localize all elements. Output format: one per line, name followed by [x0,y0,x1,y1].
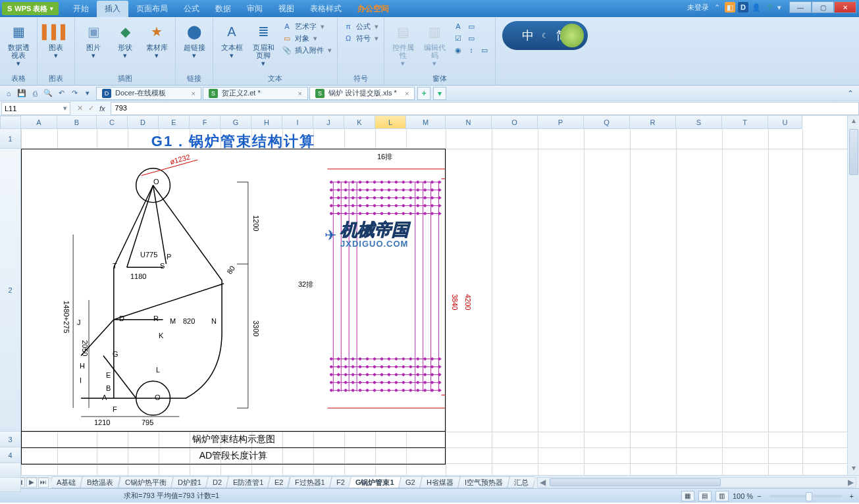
zoom-slider[interactable] [769,495,842,497]
preview-icon[interactable]: 🔍 [42,88,54,99]
sheet-tab[interactable]: C锅炉热平衡 [118,476,174,488]
sheet-tab[interactable]: 汇总 [507,476,534,488]
form-small-icon[interactable]: ◉↕▭ [453,45,490,55]
name-box[interactable]: L11▾ [1,102,70,115]
skin-icon[interactable]: ◧ [725,2,735,13]
menu-tab[interactable]: 插入 [97,1,128,17]
ribbon-button[interactable]: ▌▌▌ 图表▾ [41,20,70,61]
row-header[interactable]: 4 [0,447,21,463]
ribbon-button[interactable]: ≣ 页眉和页脚▾ [249,20,278,68]
view-layout-button[interactable]: ▥ [716,491,729,501]
column-header[interactable]: M [406,116,446,129]
formula-input[interactable]: 793 [111,102,859,115]
sheet-tab[interactable]: B焓温表 [80,476,120,488]
docer-icon[interactable]: D [738,2,748,13]
accept-fx-icon[interactable]: ✓ [88,104,94,113]
row-header[interactable]: 3 [0,432,21,447]
language-pill[interactable]: 中☾简 [502,21,588,50]
ribbon-small-button[interactable]: 📎插入附件▾ [282,45,332,55]
column-header[interactable]: F [190,116,221,129]
app-menu-button[interactable]: S WPS 表格 [2,2,59,15]
ribbon-small-button[interactable]: Ω符号▾ [343,33,378,43]
column-header[interactable]: U [768,116,802,129]
close-tab-icon[interactable]: × [405,89,409,97]
user-icon[interactable]: 👤 [751,2,762,13]
print-icon[interactable]: ⎙ [29,88,41,99]
column-header[interactable]: Q [584,116,630,129]
row-header[interactable] [0,478,21,492]
undo-icon[interactable]: ↶ [55,88,67,99]
help-icon[interactable]: ? [764,2,775,13]
ribbon-button[interactable]: ▣ 图片▾ [79,20,108,61]
grid[interactable]: G1．锅炉管束结构计算 [21,129,847,475]
column-header[interactable]: S [676,116,722,129]
save-icon[interactable]: 💾 [16,88,28,99]
column-header[interactable]: T [722,116,768,129]
menu-tab[interactable]: 办公空间 [350,1,397,17]
dropdown-icon[interactable]: ▾ [777,3,781,12]
ribbon-button[interactable]: A 文本框▾ [217,20,246,61]
home-icon[interactable]: ⌂ [3,88,14,99]
menu-tab[interactable]: 视图 [271,1,302,17]
menu-tab[interactable]: 公式 [176,1,207,17]
cancel-fx-icon[interactable]: ✕ [77,104,83,113]
tab-list-button[interactable]: ▾ [433,87,446,100]
sheet-tab[interactable]: H省煤器 [419,476,461,488]
row-header[interactable]: 2 [0,149,21,432]
doc-tab[interactable]: S锅炉 设计提交版.xls *× [309,87,415,100]
caret-up-icon[interactable]: ⌃ [712,2,722,13]
sheet-tab[interactable]: D炉膛1 [170,476,209,488]
collapse-ribbon-icon[interactable]: ⌃ [845,88,856,99]
column-header[interactable]: A [21,116,57,129]
ribbon-button[interactable]: ★ 素材库▾ [142,20,171,61]
sheet-tab[interactable]: D2 [205,476,229,488]
redo-icon[interactable]: ↷ [68,88,80,99]
add-tab-button[interactable]: + [417,87,430,100]
sheet-tab[interactable]: A基础 [51,476,83,488]
sheet-tab[interactable]: I空气预热器 [457,476,510,488]
column-header[interactable]: J [313,116,344,129]
column-header[interactable]: R [630,116,676,129]
column-header[interactable]: B [57,116,97,129]
column-header[interactable]: I [282,116,313,129]
menu-tab[interactable]: 数据 [207,1,239,17]
fx-icon[interactable]: fx [99,105,105,113]
ribbon-small-button[interactable]: ▭对象▾ [282,33,332,43]
column-header[interactable]: N [446,116,492,129]
horizontal-scrollbar[interactable]: ◀ ▶ [537,477,856,488]
zoom-label[interactable]: 100 % [733,492,753,500]
close-button[interactable]: ✕ [834,1,856,13]
view-normal-button[interactable]: ▦ [681,491,694,501]
column-header[interactable]: K [344,116,375,129]
login-status[interactable]: 未登录 [687,3,709,13]
sheet-tab[interactable]: E防渣管1 [226,476,271,488]
minimize-button[interactable]: — [789,1,812,13]
ribbon-small-button[interactable]: π公式▾ [343,21,378,32]
zoom-in-button[interactable]: + [850,492,854,500]
menu-tab[interactable]: 开始 [65,1,97,17]
namebox-dropdown-icon[interactable]: ▾ [63,104,67,113]
ribbon-button[interactable]: ◆ 形状▾ [111,20,140,61]
select-all-corner[interactable] [0,116,21,129]
doc-tab[interactable]: S贺正义2.et *× [203,87,308,100]
form-small-icon[interactable]: A▭ [453,21,490,32]
column-header[interactable]: G [221,116,251,129]
doc-tab[interactable]: DDocer-在线模板× [96,87,201,100]
column-header[interactable]: H [251,116,282,129]
ribbon-button[interactable]: ▦ 数据透视表▾ [4,20,33,68]
view-pagebreak-button[interactable]: ▤ [698,491,712,501]
ribbon-button[interactable]: ⬤ 超链接▾ [180,20,209,61]
menu-tab[interactable]: 页面布局 [128,1,176,17]
maximize-button[interactable]: ▢ [812,1,834,13]
ribbon-button[interactable]: ▥ 编辑代码▾ [420,20,449,68]
ribbon-small-button[interactable]: A艺术字▾ [282,21,332,32]
row-header[interactable]: 1 [0,129,21,149]
zoom-out-button[interactable]: − [757,492,761,500]
column-header[interactable]: L [375,116,406,129]
sheet-tab[interactable]: G锅炉管束1 [348,476,402,488]
column-header[interactable]: O [492,116,538,129]
row-header[interactable] [0,463,21,478]
column-header[interactable]: D [128,116,159,129]
close-tab-icon[interactable]: × [192,89,195,97]
menu-tab[interactable]: 表格样式 [302,1,350,17]
